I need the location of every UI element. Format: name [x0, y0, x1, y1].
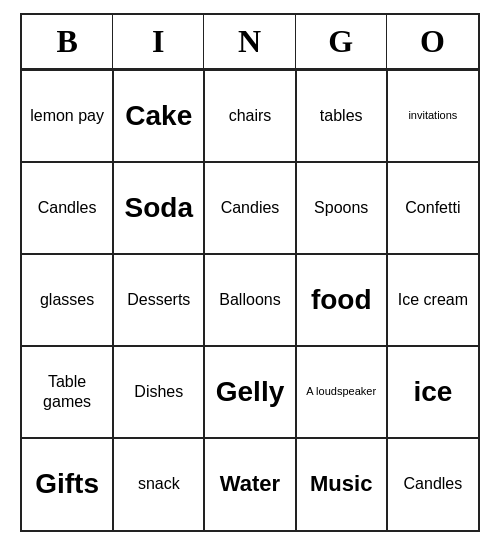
bingo-cell-r0-c0: lemon pay	[22, 70, 113, 162]
bingo-cell-r2-c0: glasses	[22, 254, 113, 346]
bingo-cell-r3-c3: A loudspeaker	[296, 346, 387, 438]
bingo-cell-r4-c0: Gifts	[22, 438, 113, 530]
header-letter: N	[204, 15, 295, 68]
bingo-cell-r3-c4: ice	[387, 346, 478, 438]
bingo-cell-r2-c1: Desserts	[113, 254, 204, 346]
header-letter: B	[22, 15, 113, 68]
bingo-cell-r1-c1: Soda	[113, 162, 204, 254]
bingo-header: BINGO	[22, 15, 478, 70]
bingo-card: BINGO lemon payCakechairstablesinvitatio…	[20, 13, 480, 532]
bingo-cell-r4-c2: Water	[204, 438, 295, 530]
header-letter: G	[296, 15, 387, 68]
bingo-grid: lemon payCakechairstablesinvitationsCand…	[22, 70, 478, 530]
bingo-cell-r4-c1: snack	[113, 438, 204, 530]
bingo-cell-r1-c0: Candles	[22, 162, 113, 254]
bingo-cell-r0-c2: chairs	[204, 70, 295, 162]
bingo-cell-r0-c4: invitations	[387, 70, 478, 162]
bingo-cell-r0-c3: tables	[296, 70, 387, 162]
bingo-cell-r0-c1: Cake	[113, 70, 204, 162]
bingo-cell-r3-c0: Table games	[22, 346, 113, 438]
bingo-cell-r2-c4: Ice cream	[387, 254, 478, 346]
bingo-cell-r4-c4: Candles	[387, 438, 478, 530]
bingo-cell-r1-c4: Confetti	[387, 162, 478, 254]
bingo-cell-r3-c2: Gelly	[204, 346, 295, 438]
bingo-cell-r2-c2: Balloons	[204, 254, 295, 346]
header-letter: O	[387, 15, 478, 68]
header-letter: I	[113, 15, 204, 68]
bingo-cell-r3-c1: Dishes	[113, 346, 204, 438]
bingo-cell-r1-c3: Spoons	[296, 162, 387, 254]
bingo-cell-r4-c3: Music	[296, 438, 387, 530]
bingo-cell-r2-c3: food	[296, 254, 387, 346]
bingo-cell-r1-c2: Candies	[204, 162, 295, 254]
